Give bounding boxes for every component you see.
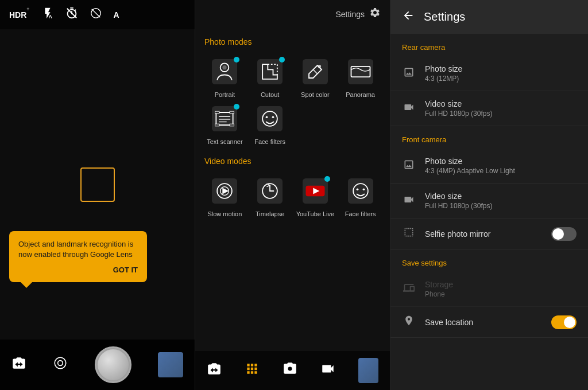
rear-video-size-item[interactable]: Video size Full HD 1080p (30fps) [390, 91, 588, 126]
mode-text-scanner-dot [234, 104, 239, 110]
camera-panel: HDR+ A A Object and l [0, 0, 195, 390]
mode-slow-motion-label: Slow motion [207, 210, 242, 217]
camera-bottom-bar [0, 340, 195, 390]
mode-portrait-icon-wrap [208, 56, 241, 88]
storage-item[interactable]: Storage Phone [390, 272, 588, 307]
mode-cutout-dot [279, 57, 285, 63]
save-location-toggle-knob [564, 317, 575, 328]
save-location-text: Save location [425, 318, 542, 327]
svg-point-5 [58, 361, 63, 366]
shutter-button[interactable] [95, 346, 131, 383]
front-video-size-value: Full HD 1080p (30fps) [425, 202, 577, 210]
mode-text-scanner-icon-wrap [208, 103, 241, 135]
storage-label: Storage [425, 280, 577, 289]
photo-modes-title: Photo modes [204, 37, 381, 46]
svg-rect-24 [257, 106, 283, 131]
selfie-mirror-label: Selfie photo mirror [425, 229, 542, 239]
selfie-mirror-toggle-knob [552, 228, 564, 240]
settings-gear-icon[interactable] [369, 7, 381, 21]
mode-face-filters-photo-label: Face filters [254, 138, 285, 145]
mode-text-scanner[interactable]: Text scanner [204, 103, 245, 145]
svg-point-8 [223, 65, 227, 69]
auto-button[interactable]: A [114, 10, 119, 20]
storage-icon [402, 282, 416, 297]
rear-photo-size-text: Photo size 4:3 (12MP) [425, 64, 577, 83]
save-location-item[interactable]: Save location [390, 307, 588, 338]
photo-size-icon [402, 67, 416, 81]
rear-photo-size-value: 4:3 (12MP) [425, 75, 577, 83]
mode-panorama[interactable]: Panorama [340, 56, 381, 98]
svg-point-37 [356, 188, 358, 190]
lens-button[interactable] [90, 7, 102, 22]
rear-camera-section-title: Rear camera [390, 34, 588, 56]
save-location-label: Save location [425, 318, 542, 327]
tooltip-got-it-button[interactable]: GOT IT [18, 266, 138, 274]
svg-line-3 [91, 9, 100, 18]
mode-face-filters-video[interactable]: Face filters [340, 175, 381, 217]
settings-header: Settings [390, 0, 588, 34]
mode-text-scanner-label: Text scanner [207, 138, 242, 145]
selfie-mirror-item[interactable]: Selfie photo mirror [390, 219, 588, 249]
camera-viewfinder: Object and landmark recognition is now e… [0, 29, 195, 340]
mode-timelapse-icon-wrap [254, 175, 286, 207]
svg-rect-13 [348, 59, 373, 84]
modes-bottom-bar [195, 351, 390, 390]
mode-youtube-live-label: YouTube Live [296, 210, 334, 217]
mode-youtube-live[interactable]: YouTube Live [295, 175, 336, 217]
thumbnail-preview[interactable] [158, 352, 183, 377]
camera-top-bar: HDR+ A A [0, 0, 195, 29]
video-size-icon [402, 102, 416, 116]
modes-grid-button[interactable] [245, 361, 260, 380]
rear-photo-size-item[interactable]: Photo size 4:3 (12MP) [390, 56, 588, 91]
front-video-size-label: Video size [425, 192, 577, 201]
front-video-size-text: Video size Full HD 1080p (30fps) [425, 192, 577, 210]
modes-flip-camera-button[interactable] [207, 361, 222, 380]
mode-youtube-live-dot [324, 176, 330, 182]
save-location-toggle[interactable] [551, 315, 577, 329]
svg-text:A: A [48, 14, 52, 20]
mode-portrait[interactable]: Portrait [204, 56, 245, 98]
svg-point-11 [318, 65, 321, 68]
mode-portrait-label: Portrait [215, 91, 235, 98]
timer-button[interactable] [65, 7, 78, 22]
hdr-button[interactable]: HDR+ [9, 10, 30, 20]
tooltip-text: Object and landmark recognition is now e… [18, 239, 138, 260]
rear-photo-size-label: Photo size [425, 64, 577, 73]
svg-point-4 [55, 357, 67, 369]
flip-camera-button[interactable] [11, 356, 26, 374]
mode-face-filters-photo-icon-wrap [254, 103, 286, 135]
modes-panel: Settings Photo modes [195, 0, 390, 390]
modes-content: Photo modes Portrait [195, 28, 390, 351]
mode-slow-motion[interactable]: Slow motion [204, 175, 245, 217]
svg-rect-35 [348, 178, 373, 204]
svg-point-38 [362, 188, 365, 190]
flash-button[interactable]: A [41, 7, 54, 22]
storage-value: Phone [425, 290, 577, 298]
mode-spot-color[interactable]: Spot color [295, 56, 336, 98]
svg-rect-21 [230, 111, 234, 114]
modes-thumbnail-preview[interactable] [358, 358, 378, 383]
back-button[interactable] [402, 9, 415, 25]
front-video-size-item[interactable]: Video size Full HD 1080p (30fps) [390, 184, 588, 219]
front-photo-size-value: 4:3 (4MP) Adaptive Low Light [425, 167, 577, 175]
front-photo-size-icon [402, 159, 416, 173]
svg-point-26 [266, 116, 268, 118]
mode-cutout[interactable]: Cutout [250, 56, 291, 98]
rear-video-size-value: Full HD 1080p (30fps) [425, 110, 577, 118]
mode-youtube-live-icon-wrap [299, 175, 331, 207]
modes-video-button[interactable] [320, 361, 335, 380]
mode-face-filters-photo[interactable]: Face filters [250, 103, 291, 145]
svg-point-27 [272, 116, 274, 118]
selfie-mirror-toggle[interactable] [551, 227, 577, 241]
mode-timelapse[interactable]: Timelapse [250, 175, 291, 217]
mode-cutout-icon-wrap [254, 56, 286, 88]
front-video-size-icon [402, 194, 416, 208]
mode-portrait-dot [234, 57, 239, 63]
modes-camera-button[interactable] [283, 361, 297, 380]
rear-video-size-text: Video size Full HD 1080p (30fps) [425, 99, 577, 118]
svg-rect-23 [230, 124, 234, 126]
mode-panorama-label: Panorama [346, 91, 375, 98]
front-photo-size-item[interactable]: Photo size 4:3 (4MP) Adaptive Low Light [390, 149, 588, 184]
settings-body: Rear camera Photo size 4:3 (12MP) Video … [390, 34, 588, 390]
lens-mode-button[interactable] [53, 356, 68, 374]
